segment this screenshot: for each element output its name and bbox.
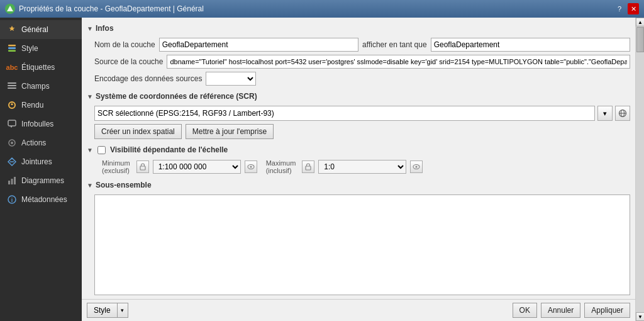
scr-section-header[interactable]: ▼ Système de coordonnées de référence (S… bbox=[87, 91, 630, 102]
encodage-row: Encodage des données sources bbox=[94, 72, 630, 86]
sidebar-label-etiquettes: Étiquettes bbox=[21, 63, 55, 72]
encodage-label: Encodage des données sources bbox=[94, 74, 202, 83]
svg-rect-14 bbox=[11, 179, 13, 184]
svg-point-26 bbox=[416, 166, 418, 168]
champs-icon bbox=[6, 81, 18, 92]
sidebar-label-rendu: Rendu bbox=[21, 101, 43, 110]
window-controls: ? ✕ bbox=[614, 3, 639, 14]
sidebar-item-style[interactable]: Style bbox=[0, 39, 82, 58]
min-lock-btn[interactable] bbox=[136, 160, 149, 173]
sidebar-item-champs[interactable]: Champs bbox=[0, 77, 82, 96]
style-arrow-btn[interactable]: ▾ bbox=[117, 303, 128, 318]
sous-ensemble-section: ▼ Sous-ensemble bbox=[87, 179, 630, 297]
svg-point-23 bbox=[250, 166, 252, 168]
content-scroll[interactable]: ▼ Infos Nom de la couche afficher en tan… bbox=[82, 18, 635, 299]
nom-couche-input[interactable] bbox=[159, 38, 358, 52]
afficher-label: afficher en tant que bbox=[362, 40, 427, 49]
sidebar: Général Style abc Étiquettes bbox=[0, 18, 82, 321]
infos-label: Infos bbox=[96, 24, 114, 33]
visibilite-checkbox[interactable] bbox=[97, 146, 106, 154]
close-button[interactable]: ✕ bbox=[628, 3, 639, 14]
sidebar-label-general: Général bbox=[21, 25, 48, 34]
style-main-btn[interactable]: Style bbox=[87, 303, 117, 318]
min-label: Minimum(exclusif) bbox=[102, 159, 130, 174]
max-lock-btn[interactable] bbox=[302, 160, 314, 173]
scr-label: Système de coordonnées de référence (SCR… bbox=[96, 92, 257, 101]
svg-rect-13 bbox=[8, 181, 10, 184]
svg-rect-8 bbox=[8, 120, 16, 126]
diagrammes-icon bbox=[6, 175, 18, 186]
svg-rect-1 bbox=[8, 47, 16, 49]
nom-couche-row: Nom de la couche afficher en tant que bbox=[94, 38, 630, 52]
scroll-up-btn[interactable]: ▲ bbox=[636, 18, 644, 26]
appliquer-button[interactable]: Appliquer bbox=[584, 303, 630, 318]
svg-rect-15 bbox=[14, 177, 16, 184]
scale-row: Minimum(exclusif) 1:100 000 000 bbox=[94, 159, 630, 174]
sidebar-item-infobulles[interactable]: Infobulles bbox=[0, 115, 82, 133]
scr-buttons-row: Créer un index spatial Mettre à jour l'e… bbox=[94, 124, 630, 139]
scroll-track[interactable] bbox=[636, 26, 644, 312]
index-spatial-btn[interactable]: Créer un index spatial bbox=[94, 124, 182, 139]
nom-couche-label: Nom de la couche bbox=[94, 40, 155, 49]
sous-ensemble-header[interactable]: ▼ Sous-ensemble bbox=[87, 179, 630, 191]
sidebar-label-champs: Champs bbox=[21, 82, 50, 91]
scr-arrow: ▼ bbox=[87, 93, 93, 100]
sidebar-item-jointures[interactable]: Jointures bbox=[0, 152, 82, 171]
sidebar-item-actions[interactable]: Actions bbox=[0, 133, 82, 152]
sidebar-label-style: Style bbox=[21, 44, 38, 53]
sidebar-label-infobulles: Infobulles bbox=[21, 120, 53, 128]
svg-rect-4 bbox=[8, 82, 16, 84]
visibilite-section-header[interactable]: ▼ Visibilité dépendante de l'échelle bbox=[87, 144, 630, 155]
metadonnees-icon: i bbox=[6, 194, 18, 205]
svg-rect-24 bbox=[306, 166, 311, 170]
scroll-thumb[interactable] bbox=[636, 27, 644, 52]
content-area: ▼ Infos Nom de la couche afficher en tan… bbox=[82, 18, 635, 321]
scr-globe-btn[interactable] bbox=[615, 106, 630, 121]
visibilite-content: Minimum(exclusif) 1:100 000 000 bbox=[87, 159, 630, 174]
bottom-bar: Style ▾ OK Annuler Appliquer bbox=[82, 299, 635, 321]
bottom-bar-left: Style ▾ bbox=[87, 303, 128, 318]
sidebar-label-actions: Actions bbox=[21, 138, 46, 147]
sidebar-item-diagrammes[interactable]: Diagrammes bbox=[0, 171, 82, 190]
sidebar-item-metadonnees[interactable]: i Métadonnées bbox=[0, 190, 82, 209]
scr-input[interactable] bbox=[94, 106, 595, 121]
sidebar-item-etiquettes[interactable]: abc Étiquettes bbox=[0, 58, 82, 77]
style-icon bbox=[6, 43, 18, 54]
scr-dropdown-btn[interactable]: ▾ bbox=[597, 106, 613, 121]
min-scale-select[interactable]: 1:100 000 000 bbox=[153, 160, 241, 174]
svg-rect-21 bbox=[140, 166, 145, 170]
annuler-button[interactable]: Annuler bbox=[541, 303, 580, 318]
update-emprise-btn[interactable]: Mettre à jour l'emprise bbox=[186, 124, 274, 139]
bottom-bar-right: OK Annuler Appliquer bbox=[513, 303, 630, 318]
visibilite-arrow: ▼ bbox=[87, 147, 93, 154]
actions-icon bbox=[6, 137, 18, 149]
general-icon bbox=[6, 24, 18, 35]
sous-ensemble-textarea[interactable] bbox=[94, 194, 630, 295]
visibilite-label: Visibilité dépendante de l'échelle bbox=[110, 145, 228, 154]
help-button[interactable]: ? bbox=[614, 3, 625, 14]
infos-section-header[interactable]: ▼ Infos bbox=[87, 23, 630, 34]
svg-text:i: i bbox=[11, 197, 13, 203]
encodage-select[interactable] bbox=[206, 72, 256, 86]
sous-ensemble-content bbox=[87, 194, 630, 297]
sidebar-item-general[interactable]: Général bbox=[0, 20, 82, 39]
scroll-down-btn[interactable]: ▼ bbox=[636, 312, 644, 321]
min-eye-btn[interactable] bbox=[245, 160, 257, 173]
scr-select-row: ▾ bbox=[94, 106, 630, 121]
scr-section: ▼ Système de coordonnées de référence (S… bbox=[87, 91, 630, 139]
sidebar-item-rendu[interactable]: Rendu bbox=[0, 96, 82, 115]
right-scrollbar: ▲ ▼ bbox=[635, 18, 644, 321]
svg-rect-6 bbox=[8, 87, 16, 89]
max-eye-btn[interactable] bbox=[410, 160, 423, 173]
afficher-input[interactable] bbox=[431, 38, 630, 52]
ok-button[interactable]: OK bbox=[513, 303, 537, 318]
jointures-icon bbox=[6, 156, 18, 167]
svg-marker-0 bbox=[7, 6, 13, 11]
max-scale-select[interactable]: 1:0 bbox=[318, 160, 406, 174]
source-couche-label: Source de la couche bbox=[94, 57, 163, 66]
infos-section: ▼ Infos Nom de la couche afficher en tan… bbox=[87, 23, 630, 86]
svg-rect-2 bbox=[8, 45, 16, 47]
source-couche-input[interactable] bbox=[167, 55, 630, 69]
sous-ensemble-arrow: ▼ bbox=[87, 182, 93, 189]
style-combo: Style ▾ bbox=[87, 303, 128, 318]
